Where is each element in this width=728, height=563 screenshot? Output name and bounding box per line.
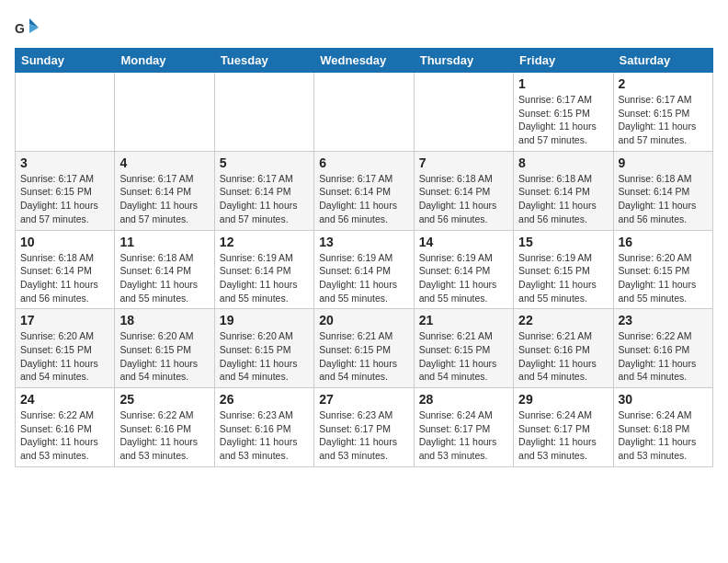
day-number: 2 <box>619 76 708 91</box>
day-number: 30 <box>619 392 708 407</box>
day-number: 18 <box>119 313 209 327</box>
calendar-cell: 26Sunrise: 6:23 AMSunset: 6:16 PMDayligh… <box>214 388 313 467</box>
calendar-header-row: SundayMondayTuesdayWednesdayThursdayFrid… <box>16 49 713 73</box>
col-header-sunday: Sunday <box>16 49 115 73</box>
day-number: 25 <box>119 392 209 407</box>
calendar-week-row: 1Sunrise: 6:17 AMSunset: 6:15 PMDaylight… <box>16 73 713 152</box>
col-header-tuesday: Tuesday <box>214 49 313 73</box>
day-info: Sunrise: 6:23 AMSunset: 6:17 PMDaylight:… <box>319 408 408 463</box>
day-number: 28 <box>419 392 508 407</box>
calendar-week-row: 10Sunrise: 6:18 AMSunset: 6:14 PMDayligh… <box>16 230 713 309</box>
col-header-monday: Monday <box>115 49 214 73</box>
day-number: 22 <box>518 313 608 327</box>
day-number: 15 <box>518 235 608 249</box>
calendar-cell: 19Sunrise: 6:20 AMSunset: 6:15 PMDayligh… <box>214 309 313 388</box>
col-header-thursday: Thursday <box>414 49 513 73</box>
page-header: G <box>15 15 713 40</box>
day-info: Sunrise: 6:22 AMSunset: 6:16 PMDaylight:… <box>20 408 109 463</box>
calendar-cell: 20Sunrise: 6:21 AMSunset: 6:15 PMDayligh… <box>314 309 414 388</box>
calendar-cell: 21Sunrise: 6:21 AMSunset: 6:15 PMDayligh… <box>414 309 513 388</box>
day-number: 10 <box>20 235 109 249</box>
calendar-cell: 7Sunrise: 6:18 AMSunset: 6:14 PMDaylight… <box>414 151 513 230</box>
calendar-week-row: 17Sunrise: 6:20 AMSunset: 6:15 PMDayligh… <box>16 309 713 388</box>
day-number: 5 <box>220 155 309 170</box>
calendar-cell: 23Sunrise: 6:22 AMSunset: 6:16 PMDayligh… <box>613 309 712 388</box>
calendar-cell <box>115 73 214 152</box>
day-info: Sunrise: 6:21 AMSunset: 6:16 PMDaylight:… <box>518 329 608 384</box>
calendar-cell: 14Sunrise: 6:19 AMSunset: 6:14 PMDayligh… <box>414 230 513 309</box>
col-header-friday: Friday <box>514 49 613 73</box>
day-info: Sunrise: 6:20 AMSunset: 6:15 PMDaylight:… <box>220 329 309 384</box>
logo: G <box>15 15 44 40</box>
calendar-cell: 17Sunrise: 6:20 AMSunset: 6:15 PMDayligh… <box>16 309 115 388</box>
calendar-cell: 11Sunrise: 6:18 AMSunset: 6:14 PMDayligh… <box>115 230 214 309</box>
col-header-wednesday: Wednesday <box>314 49 414 73</box>
day-number: 8 <box>518 155 608 170</box>
calendar-cell: 9Sunrise: 6:18 AMSunset: 6:14 PMDaylight… <box>613 151 712 230</box>
day-info: Sunrise: 6:17 AMSunset: 6:14 PMDaylight:… <box>319 172 408 226</box>
day-number: 20 <box>319 313 408 327</box>
day-number: 7 <box>419 155 508 170</box>
day-info: Sunrise: 6:24 AMSunset: 6:17 PMDaylight:… <box>419 408 508 463</box>
day-info: Sunrise: 6:21 AMSunset: 6:15 PMDaylight:… <box>319 329 408 384</box>
calendar-cell: 27Sunrise: 6:23 AMSunset: 6:17 PMDayligh… <box>314 388 414 467</box>
day-info: Sunrise: 6:21 AMSunset: 6:15 PMDaylight:… <box>419 329 508 384</box>
day-info: Sunrise: 6:23 AMSunset: 6:16 PMDaylight:… <box>220 408 309 463</box>
day-info: Sunrise: 6:20 AMSunset: 6:15 PMDaylight:… <box>20 329 109 384</box>
day-info: Sunrise: 6:24 AMSunset: 6:17 PMDaylight:… <box>518 408 608 463</box>
calendar-cell: 5Sunrise: 6:17 AMSunset: 6:14 PMDaylight… <box>214 151 313 230</box>
calendar-cell: 2Sunrise: 6:17 AMSunset: 6:15 PMDaylight… <box>613 73 712 152</box>
logo-icon: G <box>15 15 40 40</box>
day-info: Sunrise: 6:17 AMSunset: 6:15 PMDaylight:… <box>20 172 109 226</box>
day-info: Sunrise: 6:19 AMSunset: 6:14 PMDaylight:… <box>319 251 408 305</box>
day-number: 19 <box>220 313 309 327</box>
calendar-cell: 22Sunrise: 6:21 AMSunset: 6:16 PMDayligh… <box>514 309 613 388</box>
calendar-week-row: 24Sunrise: 6:22 AMSunset: 6:16 PMDayligh… <box>16 388 713 467</box>
day-number: 11 <box>119 235 209 249</box>
day-info: Sunrise: 6:18 AMSunset: 6:14 PMDaylight:… <box>419 172 508 226</box>
day-number: 13 <box>319 235 408 249</box>
day-info: Sunrise: 6:19 AMSunset: 6:14 PMDaylight:… <box>419 251 508 305</box>
day-number: 26 <box>220 392 309 407</box>
calendar-cell: 16Sunrise: 6:20 AMSunset: 6:15 PMDayligh… <box>613 230 712 309</box>
day-info: Sunrise: 6:17 AMSunset: 6:15 PMDaylight:… <box>619 93 708 147</box>
calendar-cell: 3Sunrise: 6:17 AMSunset: 6:15 PMDaylight… <box>16 151 115 230</box>
calendar-cell: 13Sunrise: 6:19 AMSunset: 6:14 PMDayligh… <box>314 230 414 309</box>
calendar-cell <box>314 73 414 152</box>
calendar-cell: 10Sunrise: 6:18 AMSunset: 6:14 PMDayligh… <box>16 230 115 309</box>
calendar-cell: 6Sunrise: 6:17 AMSunset: 6:14 PMDaylight… <box>314 151 414 230</box>
day-number: 24 <box>20 392 109 407</box>
day-info: Sunrise: 6:17 AMSunset: 6:14 PMDaylight:… <box>220 172 309 226</box>
day-number: 16 <box>619 235 708 249</box>
day-info: Sunrise: 6:22 AMSunset: 6:16 PMDaylight:… <box>119 408 209 463</box>
day-number: 6 <box>319 155 408 170</box>
day-number: 29 <box>518 392 608 407</box>
calendar-cell: 18Sunrise: 6:20 AMSunset: 6:15 PMDayligh… <box>115 309 214 388</box>
day-number: 23 <box>619 313 708 327</box>
calendar-cell: 4Sunrise: 6:17 AMSunset: 6:14 PMDaylight… <box>115 151 214 230</box>
day-info: Sunrise: 6:17 AMSunset: 6:15 PMDaylight:… <box>518 93 608 147</box>
day-number: 1 <box>518 76 608 91</box>
day-number: 21 <box>419 313 508 327</box>
calendar-cell: 24Sunrise: 6:22 AMSunset: 6:16 PMDayligh… <box>16 388 115 467</box>
calendar-cell <box>214 73 313 152</box>
day-info: Sunrise: 6:20 AMSunset: 6:15 PMDaylight:… <box>619 251 708 305</box>
calendar-cell: 12Sunrise: 6:19 AMSunset: 6:14 PMDayligh… <box>214 230 313 309</box>
day-info: Sunrise: 6:18 AMSunset: 6:14 PMDaylight:… <box>119 251 209 305</box>
calendar-cell: 1Sunrise: 6:17 AMSunset: 6:15 PMDaylight… <box>514 73 613 152</box>
day-info: Sunrise: 6:18 AMSunset: 6:14 PMDaylight:… <box>619 172 708 226</box>
day-number: 3 <box>20 155 109 170</box>
day-info: Sunrise: 6:20 AMSunset: 6:15 PMDaylight:… <box>119 329 209 384</box>
calendar-cell <box>16 73 115 152</box>
calendar-cell: 30Sunrise: 6:24 AMSunset: 6:18 PMDayligh… <box>613 388 712 467</box>
calendar-cell: 28Sunrise: 6:24 AMSunset: 6:17 PMDayligh… <box>414 388 513 467</box>
day-info: Sunrise: 6:18 AMSunset: 6:14 PMDaylight:… <box>20 251 109 305</box>
calendar-cell: 25Sunrise: 6:22 AMSunset: 6:16 PMDayligh… <box>115 388 214 467</box>
day-info: Sunrise: 6:24 AMSunset: 6:18 PMDaylight:… <box>619 408 708 463</box>
day-number: 14 <box>419 235 508 249</box>
calendar-cell: 29Sunrise: 6:24 AMSunset: 6:17 PMDayligh… <box>514 388 613 467</box>
day-number: 4 <box>119 155 209 170</box>
svg-text:G: G <box>15 21 25 36</box>
calendar-cell: 8Sunrise: 6:18 AMSunset: 6:14 PMDaylight… <box>514 151 613 230</box>
calendar-cell: 15Sunrise: 6:19 AMSunset: 6:15 PMDayligh… <box>514 230 613 309</box>
